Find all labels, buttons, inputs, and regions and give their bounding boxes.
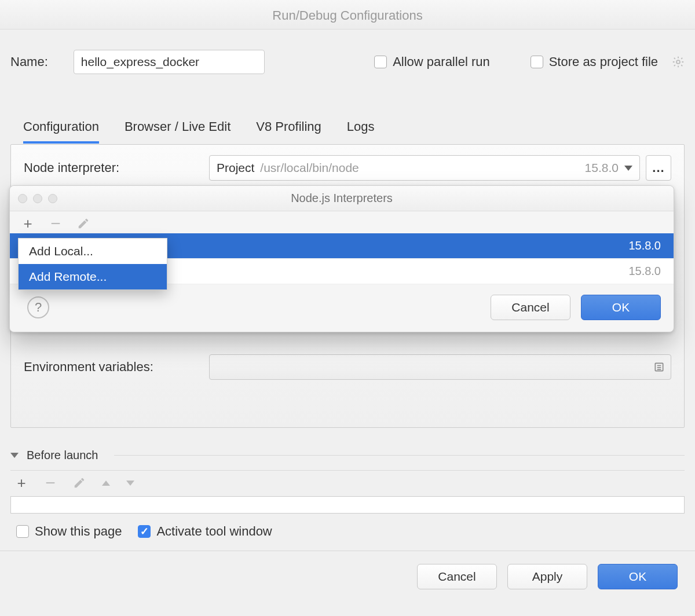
interpreter-version: 15.8.0 (628, 239, 661, 252)
dialog-footer: Cancel Apply OK (0, 551, 695, 589)
checkbox-checked-icon (138, 525, 151, 538)
store-as-project-checkbox[interactable]: Store as project file (531, 54, 658, 69)
interpreter-path: /usr/local/bin/node (260, 161, 359, 175)
checkbox-unchecked-icon (16, 525, 29, 538)
add-button[interactable]: + (21, 217, 34, 230)
help-icon[interactable]: ? (27, 296, 49, 318)
cancel-button[interactable]: Cancel (417, 564, 497, 589)
tab-configuration[interactable]: Configuration (23, 115, 99, 144)
gear-icon[interactable] (672, 56, 685, 68)
modal-button-row: ? Cancel OK (10, 284, 674, 332)
activate-tool-window-checkbox[interactable]: Activate tool window (138, 524, 272, 539)
divider (114, 455, 685, 456)
window-close-icon[interactable] (18, 194, 27, 203)
menu-add-local[interactable]: Add Local... (19, 239, 167, 264)
show-this-page-label: Show this page (35, 524, 122, 539)
store-as-project-label: Store as project file (549, 54, 658, 69)
config-tabs: Configuration Browser / Live Edit V8 Pro… (10, 115, 685, 144)
allow-parallel-checkbox[interactable]: Allow parallel run (374, 54, 490, 69)
arrow-up-icon (102, 481, 110, 486)
window-minimize-icon[interactable] (33, 194, 42, 203)
show-this-page-checkbox[interactable]: Show this page (16, 524, 122, 539)
menu-add-remote[interactable]: Add Remote... (19, 264, 167, 289)
node-interpreter-row: Node interpreter: Project /usr/local/bin… (24, 155, 671, 181)
window-controls[interactable] (10, 194, 57, 203)
checkbox-unchecked-icon (374, 56, 387, 68)
before-launch-header[interactable]: Before launch (10, 449, 685, 462)
name-row: Name: Allow parallel run Store as projec… (0, 30, 695, 80)
modal-title: Node.js Interpreters (10, 192, 674, 205)
modal-titlebar[interactable]: Node.js Interpreters (10, 186, 674, 211)
node-interpreter-combo[interactable]: Project /usr/local/bin/node 15.8.0 (209, 155, 640, 181)
dialog-body: Name: Allow parallel run Store as projec… (0, 30, 695, 589)
remove-button[interactable]: − (49, 217, 62, 230)
arrow-down-icon (126, 481, 134, 486)
name-input[interactable] (74, 50, 265, 74)
apply-button[interactable]: Apply (507, 564, 587, 589)
env-vars-row: Environment variables: (24, 354, 671, 380)
before-launch-options: Show this page Activate tool window (10, 524, 685, 539)
interpreter-prefix: Project (217, 161, 254, 175)
env-vars-label: Environment variables: (24, 360, 209, 375)
bl-add-button[interactable]: + (15, 476, 28, 489)
tab-v8-profiling[interactable]: V8 Profiling (256, 115, 321, 144)
svg-point-0 (676, 60, 680, 64)
env-vars-field[interactable] (209, 354, 671, 380)
bl-edit-button (73, 476, 86, 489)
activate-tool-window-label: Activate tool window (156, 524, 272, 539)
tab-logs[interactable]: Logs (347, 115, 375, 144)
interpreters-modal: Node.js Interpreters + − in/node 15.8.0 … (9, 185, 674, 332)
before-launch-section: Before launch + − Show this page Activat… (10, 449, 685, 539)
name-label: Name: (10, 54, 48, 69)
node-interpreter-label: Node interpreter: (24, 160, 209, 175)
modal-toolbar: + − (10, 211, 674, 233)
list-icon (653, 361, 665, 373)
window-zoom-icon[interactable] (48, 194, 57, 203)
dialog-title: Run/Debug Configurations (0, 0, 695, 30)
edit-button[interactable] (77, 217, 90, 230)
chevron-down-icon (624, 166, 632, 171)
interpreter-version: 15.8.0 (628, 265, 661, 278)
interpreter-version: 15.8.0 (585, 161, 619, 175)
before-launch-title: Before launch (27, 449, 98, 462)
ok-button[interactable]: OK (598, 564, 678, 589)
browse-button[interactable]: ... (646, 155, 671, 181)
modal-ok-button[interactable]: OK (581, 295, 661, 320)
allow-parallel-label: Allow parallel run (393, 54, 490, 69)
before-launch-list[interactable] (10, 496, 685, 514)
chevron-down-icon (10, 453, 19, 458)
add-context-menu: Add Local... Add Remote... (18, 238, 167, 290)
bl-remove-button: − (44, 476, 57, 489)
checkbox-unchecked-icon (531, 56, 543, 68)
modal-cancel-button[interactable]: Cancel (491, 295, 570, 320)
tab-browser-live-edit[interactable]: Browser / Live Edit (125, 115, 231, 144)
before-launch-toolbar: + − (10, 470, 685, 495)
